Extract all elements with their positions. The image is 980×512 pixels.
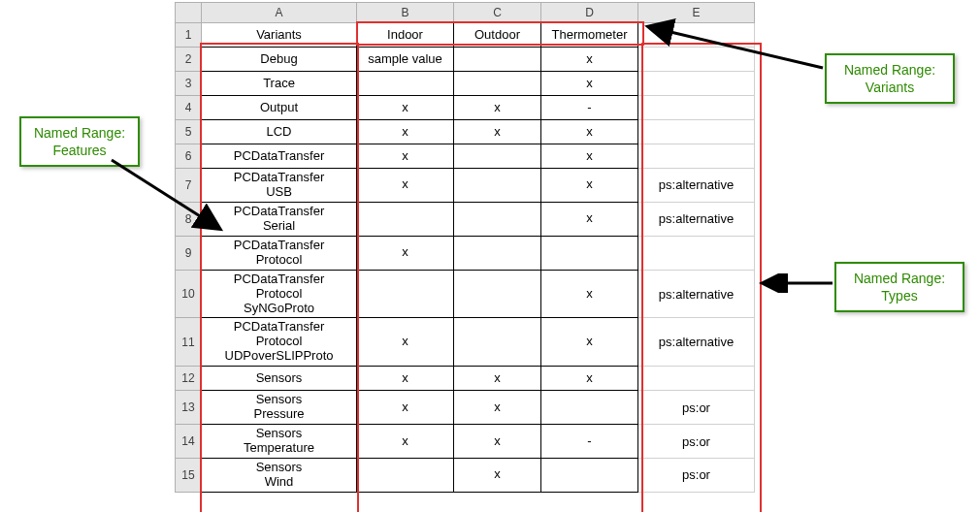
cell-A12[interactable]: Sensors — [202, 367, 357, 391]
cell-B3[interactable] — [357, 72, 454, 96]
row-header-8[interactable]: 8 — [176, 202, 202, 236]
cell-D11[interactable]: x — [541, 318, 638, 367]
row-header-9[interactable]: 9 — [176, 236, 202, 270]
cell-C11[interactable] — [454, 318, 541, 367]
col-header-E[interactable]: E — [638, 3, 755, 23]
col-header-B[interactable]: B — [357, 3, 454, 23]
cell-E7[interactable]: ps:alternative — [638, 169, 755, 203]
cell-C6[interactable] — [454, 144, 541, 169]
cell-D7[interactable]: x — [541, 169, 638, 203]
cell-E12[interactable] — [638, 367, 755, 391]
cell-A4[interactable]: Output — [202, 96, 357, 120]
cell-C4[interactable]: x — [454, 96, 541, 120]
cell-E14[interactable]: ps:or — [638, 425, 755, 459]
cell-B11[interactable]: x — [357, 318, 454, 367]
select-all-corner[interactable] — [176, 3, 202, 23]
cell-B10[interactable] — [357, 270, 454, 318]
cell-A2[interactable]: Debug — [202, 48, 357, 72]
cell-B15[interactable] — [357, 459, 454, 493]
row-header-4[interactable]: 4 — [176, 96, 202, 120]
cell-E11[interactable]: ps:alternative — [638, 318, 755, 367]
cell-D2[interactable]: x — [541, 48, 638, 72]
cell-D9[interactable] — [541, 236, 638, 270]
cell-E10[interactable]: ps:alternative — [638, 270, 755, 318]
row-header-15[interactable]: 15 — [176, 459, 202, 493]
col-header-C[interactable]: C — [454, 3, 541, 23]
cell-E13[interactable]: ps:or — [638, 391, 755, 425]
cell-D4[interactable]: - — [541, 96, 638, 120]
cell-C5[interactable]: x — [454, 120, 541, 144]
cell-C14[interactable]: x — [454, 425, 541, 459]
row-header-5[interactable]: 5 — [176, 120, 202, 144]
cell-B2[interactable]: sample value — [357, 48, 454, 72]
cell-C1[interactable]: Outdoor — [454, 23, 541, 48]
cell-B4[interactable]: x — [357, 96, 454, 120]
cell-D5[interactable]: x — [541, 120, 638, 144]
row-header-14[interactable]: 14 — [176, 425, 202, 459]
cell-D13[interactable] — [541, 391, 638, 425]
cell-E1[interactable] — [638, 23, 755, 48]
cell-A8[interactable]: PCDataTransfer Serial — [202, 202, 357, 236]
cell-B9[interactable]: x — [357, 236, 454, 270]
cell-E9[interactable] — [638, 236, 755, 270]
table-row: 13Sensors Pressurexxps:or — [176, 391, 755, 425]
cell-A9[interactable]: PCDataTransfer Protocol — [202, 236, 357, 270]
cell-B7[interactable]: x — [357, 169, 454, 203]
cell-E4[interactable] — [638, 96, 755, 120]
spreadsheet: A B C D E 1 Variants Indoor Outdoor Ther… — [175, 2, 755, 493]
row-header-10[interactable]: 10 — [176, 270, 202, 318]
cell-B6[interactable]: x — [357, 144, 454, 169]
cell-A10[interactable]: PCDataTransfer Protocol SyNGoProto — [202, 270, 357, 318]
cell-A13[interactable]: Sensors Pressure — [202, 391, 357, 425]
row-header-2[interactable]: 2 — [176, 48, 202, 72]
cell-C15[interactable]: x — [454, 459, 541, 493]
cell-C9[interactable] — [454, 236, 541, 270]
cell-E2[interactable] — [638, 48, 755, 72]
cell-B5[interactable]: x — [357, 120, 454, 144]
row-header-7[interactable]: 7 — [176, 169, 202, 203]
cell-B12[interactable]: x — [357, 367, 454, 391]
cell-C3[interactable] — [454, 72, 541, 96]
cell-A6[interactable]: PCDataTransfer — [202, 144, 357, 169]
row-header-6[interactable]: 6 — [176, 144, 202, 169]
cell-A5[interactable]: LCD — [202, 120, 357, 144]
cell-B8[interactable] — [357, 202, 454, 236]
cell-B1[interactable]: Indoor — [357, 23, 454, 48]
col-header-A[interactable]: A — [202, 3, 357, 23]
table-row: 12Sensorsxxx — [176, 367, 755, 391]
cell-D1[interactable]: Thermometer — [541, 23, 638, 48]
cell-A15[interactable]: Sensors Wind — [202, 459, 357, 493]
cell-D8[interactable]: x — [541, 202, 638, 236]
cell-C8[interactable] — [454, 202, 541, 236]
cell-C12[interactable]: x — [454, 367, 541, 391]
cell-E8[interactable]: ps:alternative — [638, 202, 755, 236]
cell-C2[interactable] — [454, 48, 541, 72]
column-header-row: A B C D E — [176, 3, 755, 23]
row-header-12[interactable]: 12 — [176, 367, 202, 391]
row-header-13[interactable]: 13 — [176, 391, 202, 425]
cell-C10[interactable] — [454, 270, 541, 318]
cell-A1[interactable]: Variants — [202, 23, 357, 48]
cell-B14[interactable]: x — [357, 425, 454, 459]
cell-E15[interactable]: ps:or — [638, 459, 755, 493]
row-header-3[interactable]: 3 — [176, 72, 202, 96]
row-header-11[interactable]: 11 — [176, 318, 202, 367]
cell-C13[interactable]: x — [454, 391, 541, 425]
cell-D15[interactable] — [541, 459, 638, 493]
row-header-1[interactable]: 1 — [176, 23, 202, 48]
cell-A14[interactable]: Sensors Temperature — [202, 425, 357, 459]
cell-B13[interactable]: x — [357, 391, 454, 425]
cell-D12[interactable]: x — [541, 367, 638, 391]
cell-A3[interactable]: Trace — [202, 72, 357, 96]
cell-D10[interactable]: x — [541, 270, 638, 318]
cell-E3[interactable] — [638, 72, 755, 96]
col-header-D[interactable]: D — [541, 3, 638, 23]
cell-C7[interactable] — [454, 169, 541, 203]
cell-A11[interactable]: PCDataTransfer Protocol UDPoverSLIPProto — [202, 318, 357, 367]
cell-E6[interactable] — [638, 144, 755, 169]
cell-D3[interactable]: x — [541, 72, 638, 96]
cell-E5[interactable] — [638, 120, 755, 144]
cell-A7[interactable]: PCDataTransfer USB — [202, 169, 357, 203]
cell-D6[interactable]: x — [541, 144, 638, 169]
cell-D14[interactable]: - — [541, 425, 638, 459]
